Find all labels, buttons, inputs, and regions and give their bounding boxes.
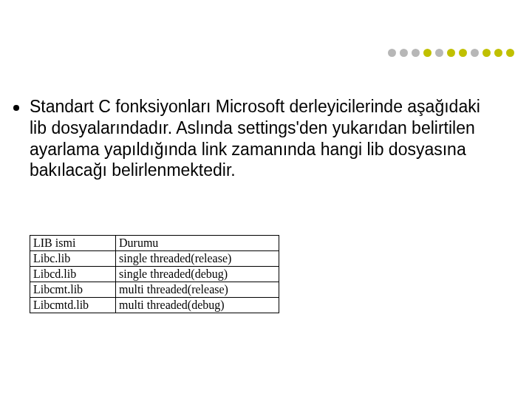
table-row: Libcmtd.lib multi threaded(debug)	[30, 298, 279, 313]
table-cell: Libcmtd.lib	[30, 298, 116, 313]
table-cell: single threaded(debug)	[116, 267, 279, 282]
dot-icon	[435, 49, 443, 57]
table-row: Libcmt.lib multi threaded(release)	[30, 282, 279, 298]
dot-icon	[412, 49, 420, 57]
dot-icon	[400, 49, 408, 57]
dot-icon	[423, 49, 432, 57]
table-header-cell: LIB ismi	[30, 236, 116, 251]
table-cell: single threaded(release)	[116, 251, 279, 267]
dot-icon	[482, 49, 491, 57]
dot-icon	[447, 49, 455, 57]
table-row: Libc.lib single threaded(release)	[30, 251, 279, 267]
dot-icon	[494, 49, 502, 57]
table-header-cell: Durumu	[116, 236, 279, 251]
table-cell: multi threaded(release)	[116, 282, 279, 298]
bullet-icon	[13, 105, 19, 111]
dot-icon	[506, 49, 514, 57]
table-row: Libcd.lib single threaded(debug)	[30, 267, 279, 282]
dot-icon	[388, 49, 396, 57]
table-cell: multi threaded(debug)	[116, 298, 279, 313]
table-cell: Libcmt.lib	[30, 282, 116, 298]
lib-table-inner: LIB ismi Durumu Libc.lib single threaded…	[30, 235, 279, 313]
lib-table: LIB ismi Durumu Libc.lib single threaded…	[30, 235, 279, 313]
body-text: Standart C fonksiyonları Microsoft derle…	[30, 96, 488, 181]
dot-icon	[459, 49, 467, 57]
table-cell: Libcd.lib	[30, 267, 116, 282]
slide-content: Standart C fonksiyonları Microsoft derle…	[13, 96, 488, 181]
decor-dots	[388, 49, 514, 57]
dot-icon	[471, 49, 479, 57]
list-item: Standart C fonksiyonları Microsoft derle…	[13, 96, 488, 181]
table-cell: Libc.lib	[30, 251, 116, 267]
table-row: LIB ismi Durumu	[30, 236, 279, 251]
